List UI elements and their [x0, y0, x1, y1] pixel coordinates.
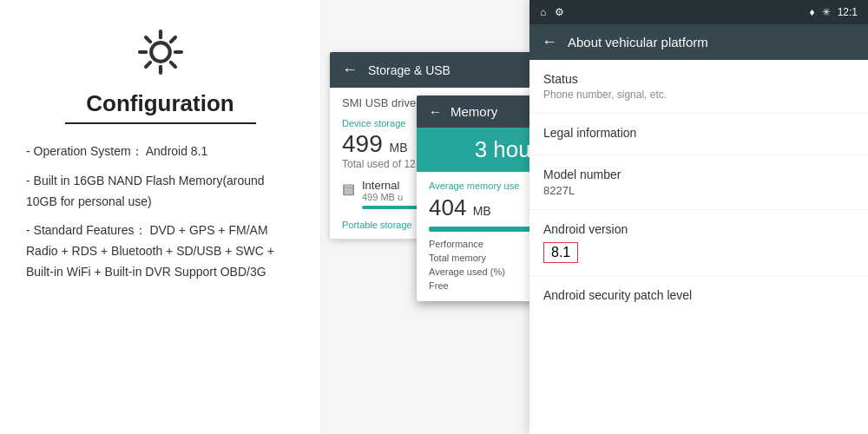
gear-icon [135, 26, 187, 82]
spec-os: - Operation System： Android 8.1 [26, 141, 294, 162]
svg-line-7 [170, 37, 174, 42]
hdd-icon: ▤ [342, 181, 355, 197]
about-header: ← About vehicular platform [529, 24, 868, 60]
config-list: - Operation System： Android 8.1 - Built … [26, 141, 294, 292]
about-item-status[interactable]: Status Phone number, signal, etc. [529, 60, 868, 114]
about-item-model[interactable]: Model number 8227L [529, 155, 868, 210]
statusbar-right: ♦ ✳ 12:1 [810, 6, 858, 18]
bluetooth-icon: ✳ [822, 6, 831, 18]
about-item-legal[interactable]: Legal information [529, 114, 868, 155]
about-item-android-version[interactable]: Android version 8.1 [529, 210, 868, 276]
home-icon: ⌂ [540, 6, 546, 18]
usb-icon: ⚙ [555, 6, 564, 18]
config-title: Configuration [86, 90, 233, 117]
storage-back-arrow[interactable]: ← [342, 61, 358, 79]
left-panel: Configuration - Operation System： Androi… [0, 0, 321, 434]
memory-title: Memory [450, 104, 497, 119]
spec-features: - Standard Features： DVD + GPS + FM/AM R… [26, 220, 294, 282]
svg-line-6 [170, 62, 174, 67]
svg-point-0 [151, 43, 170, 62]
statusbar-left: ⌂ ⚙ [540, 6, 564, 18]
svg-line-5 [146, 37, 150, 42]
svg-line-8 [146, 62, 150, 67]
memory-back-arrow[interactable]: ← [429, 104, 442, 119]
android-version-box: 8.1 [543, 242, 578, 263]
spec-memory: - Built in 16GB NAND Flash Memory(around… [26, 171, 294, 213]
about-back-arrow[interactable]: ← [542, 33, 557, 51]
about-list: Status Phone number, signal, etc. Legal … [529, 60, 868, 434]
storage-title: Storage & USB [368, 63, 450, 77]
about-panel: ⌂ ⚙ ♦ ✳ 12:1 ← About vehicular platform … [529, 0, 868, 434]
about-item-security[interactable]: Android security patch level [529, 276, 868, 314]
right-panels: ← Storage & USB SMI USB drive Device sto… [321, 0, 868, 434]
location-icon: ♦ [810, 6, 815, 18]
time-display: 12:1 [838, 6, 858, 18]
about-statusbar: ⌂ ⚙ ♦ ✳ 12:1 [529, 0, 868, 24]
config-divider [65, 122, 256, 124]
about-title: About vehicular platform [568, 35, 708, 49]
